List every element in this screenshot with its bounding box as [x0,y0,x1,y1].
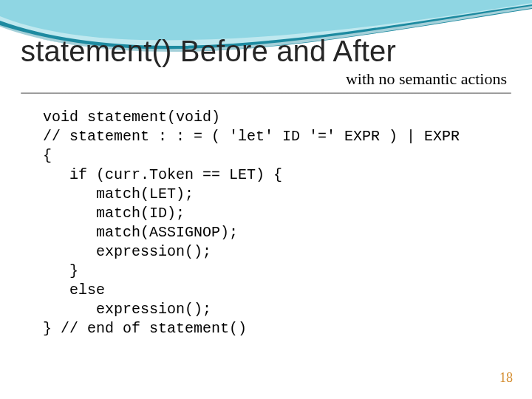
code-line: match(LET); [43,185,194,202]
slide-title: statement() Before and After [21,35,508,66]
slide-subtitle: with no semantic actions [346,69,507,89]
code-line: } [43,262,78,279]
code-line: match(ID); [43,205,185,222]
code-line: expression(); [43,301,211,318]
code-line: else [43,282,105,299]
code-block: void statement(void) // statement : : = … [43,108,501,338]
code-line: if (curr.Token == LET) { [43,166,282,183]
code-line: match(ASSIGNOP); [43,224,238,241]
code-line: expression(); [43,243,211,260]
slide: statement() Before and After with no sem… [0,0,532,399]
code-line: void statement(void) [43,109,220,126]
page-number: 18 [499,370,513,386]
title-underline [21,92,511,94]
code-line: } // end of statement() [43,320,247,337]
code-line: // statement : : = ( 'let' ID '=' EXPR )… [43,128,460,145]
title-wrap: statement() Before and After [21,35,508,66]
code-line: { [43,147,52,164]
